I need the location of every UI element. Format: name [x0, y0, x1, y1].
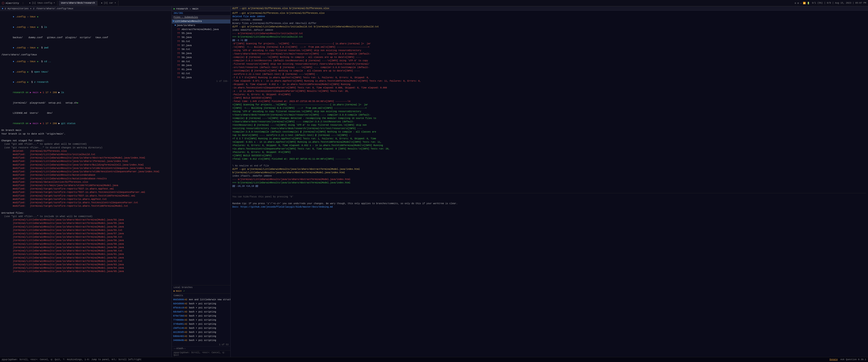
commit-item[interactable]: 876e738d A3 bash + ps1 scripting	[172, 314, 230, 318]
commit-item[interactable]: 6fdc6cc8 A3 bash + ps1 scripting	[172, 306, 230, 310]
terminal-pane: ♦ z myrepositories ✦ z /Users/aharo/.con…	[0, 6, 172, 357]
commit-message: bash + ps1 scripting	[189, 306, 216, 310]
commit-hash: 876e738d	[173, 314, 184, 318]
diff-line: \ No newline at end of file	[232, 164, 866, 168]
commit-item[interactable]: 6dc6a07c A3 bash + ps1 scripting	[172, 310, 230, 314]
diff-line: b/jterminal/LittleDarwinResults/java/io/…	[232, 171, 866, 174]
random-tip: Random tip: If you press 'z'/'<c-z>' you…	[232, 202, 866, 205]
terminal-line: ♦ .config ✚ § open tmux/	[1, 67, 170, 77]
tree-file-56[interactable]: ?? 56.java	[172, 35, 230, 39]
tab-2[interactable]: Users/aharo/desk/research	[59, 1, 97, 6]
diff-line: +++ b/jterminal/LittleDarwinResults/java…	[232, 181, 866, 184]
files-submodules-text: Files - Submodules	[174, 16, 198, 19]
terminal-output[interactable]: ♦ .config → tmux ✚ ♦ .config → tmux ✚ § …	[0, 11, 172, 357]
tree-file-5stxt[interactable]: ?? 5S.txt	[172, 39, 230, 43]
terminal-line: modified: jterminal/target/surefire-repo…	[1, 187, 170, 191]
terminal-line: modified: jterminal/LittleDarwinResults/…	[1, 167, 170, 170]
commit-branch: A3	[184, 343, 189, 343]
terminal-line: ♦ .config → tmux ✚	[1, 12, 170, 22]
commit-item[interactable]: ee1393d5 A3 bash + ps1 scripting	[172, 330, 230, 334]
tree-file-59[interactable]: ?? 59.java	[172, 56, 230, 60]
diff-content[interactable]: diff --git a/jterminal/Differences.xlsx …	[230, 11, 868, 357]
keybindings-text: pgup/pgdown: Scroll, <esc>: Cancel, q: Q…	[2, 358, 142, 361]
tree-folder-java[interactable]: ▼ java/io/aharo	[172, 24, 230, 28]
diff-line: -src/test/resources (default-test) @ jte…	[232, 66, 866, 69]
commit-item[interactable]: b9b6e403 A3 bash + ps1 scripting	[172, 334, 230, 338]
ask-question-link[interactable]: Ask Question 0.39.1	[840, 358, 866, 361]
terminal-line: jterminal/LittleDarwinResults/java/io/ah…	[1, 235, 170, 239]
terminal-line: modified: jterminal/src/main/java/io/aha…	[1, 184, 170, 187]
branch-main[interactable]: ▶ main ✓	[174, 289, 228, 293]
commit-hash: f3964f7b	[173, 343, 184, 343]
tree-file-60[interactable]: ?? 60.java	[172, 64, 230, 68]
file-status: ??	[177, 52, 180, 55]
commit-message: bash + ps1 scripting	[189, 319, 216, 322]
terminal-line: jterminal/ playground/ setup.ps1 setup.s…	[1, 98, 170, 108]
tree-file-60txt[interactable]: ?? 60.txt	[172, 60, 230, 64]
commit-item[interactable]: 7749688e A3 bash + ps1 scripting	[172, 318, 230, 322]
file-status: ??	[177, 60, 180, 64]
terminal-line: modified: jterminal/target/surefire-repo…	[1, 204, 170, 208]
commit-branch: A3	[184, 339, 189, 342]
tree-file-58[interactable]: ?? 58.java	[172, 52, 230, 56]
donate-button[interactable]: Donate	[830, 358, 838, 361]
commit-item[interactable]: cb0fe146 A3 bash + ps1 scripting	[172, 326, 230, 330]
commit-message: bash + ps1 scripting	[189, 339, 216, 342]
terminal-line: modified: jterminal/LittleDarwinResults/…	[1, 160, 170, 163]
terminal-line: (use "git restore <file>..." to discard …	[1, 146, 170, 149]
commit-item[interactable]: 34660e0b A3 bash + ps1 scripting	[172, 338, 230, 342]
terminal-line: ♦ .config → tmux ✚ § cd ..	[1, 57, 170, 67]
titlebar-left: ⬡ Alacritty | ● [1] tmux-config × Users/…	[2, 1, 795, 6]
commit-branch: A3	[184, 335, 189, 338]
file-status: ??	[177, 48, 180, 51]
terminal-line: modified: jterminal/target/surefire-repo…	[1, 191, 170, 194]
diff-line: +/Users/aharo/desk/research/jterminal/sr…	[232, 113, 866, 117]
tab-3[interactable]: ● [3] car ×	[99, 1, 119, 6]
diff-line: -compiler:3.0.2:testResources (default-t…	[232, 59, 866, 62]
file-name: 56.java	[182, 36, 192, 39]
commit-item[interactable]: 374ba081 A3 bash + ps1 scripting	[172, 322, 230, 326]
diff-line: -/Users/aharo/desk/research/jterminal/sr…	[232, 52, 866, 56]
docs-link[interactable]: Docs: https://github.com/jesseduffield/l…	[232, 205, 866, 209]
terminal-line: modified: jterminal/target/surefire-repo…	[1, 201, 170, 204]
file-name: 61.java	[182, 68, 192, 71]
commits-list[interactable]: 06d3d699 A3 mvn and littledarwin new str…	[172, 298, 230, 343]
tree-file-abstractmodel[interactable]: ?? AbstractTerminalModel.java	[172, 28, 230, 32]
scroll-indicator: 1 of 330-	[172, 80, 230, 83]
tree-file-57[interactable]: ?? 57.java	[172, 43, 230, 48]
diff-line: @@ -16,19 +14,19 @@	[232, 184, 866, 188]
diff-title: diff --git a/jterminal/Differences.xlsx …	[232, 7, 329, 10]
sys-icons: ⚙ ⊞ ♪ 📶 🔋	[795, 2, 810, 4]
file-tree[interactable]: ▼ LittleDarwinResults ▼ java/io/aharo ??…	[172, 20, 230, 285]
app-icon: ⬡	[2, 1, 4, 5]
tab-1[interactable]: ● [1] tmux-config ×	[27, 1, 57, 6]
commit-item[interactable]: 06d3d699 A3 mvn and littledarwin new str…	[172, 298, 230, 302]
terminal-line: modified: jterminal/LittleDarwinResults/…	[1, 177, 170, 180]
commit-message: mvn and littledarwin new struct	[189, 298, 230, 302]
main-content: ♦ z myrepositories ✦ z /Users/aharo/.con…	[0, 6, 868, 357]
terminal-line: Untracked files:	[1, 211, 170, 215]
tree-file-55[interactable]: ?? 55.java	[172, 31, 230, 35]
commit-branch: A3	[184, 314, 189, 318]
tree-file-62txt[interactable]: ?? 62.txt	[172, 72, 230, 76]
files-submodules-label: Files - Submodules	[172, 16, 230, 20]
file-name: 58.txt	[182, 48, 190, 51]
commit-branch: A3	[184, 319, 189, 322]
tree-file-58txt[interactable]: ?? 58.txt	[172, 48, 230, 52]
folder-expand-icon: ▼	[175, 24, 176, 27]
terminal-line: jterminal/LittleDarwinResults/java/io/ah…	[1, 242, 170, 246]
terminal-line: jterminal/LittleDarwinResults/java/io/ah…	[1, 266, 170, 270]
diff-line: --- a/jterminal/LittleDarwinResults/java…	[232, 178, 866, 181]
diff-line: +Failures: 0, Errors: 0, Skipped: 0\n[IN…	[232, 151, 866, 154]
file-name: 62.java	[182, 76, 192, 80]
diff-line: --- a/jterminal/LittleDarwinResults/init…	[232, 32, 866, 35]
terminal-line: jterminal/LittleDarwinResults/java/io/ah…	[1, 221, 170, 225]
terminal-line: (use "git add <file>..." to update what …	[1, 143, 170, 146]
commit-item[interactable]: 6d43d699 A3 bash + ps1 scripting	[172, 302, 230, 306]
commit-hash: 6d43d699	[173, 302, 184, 306]
tree-file-62[interactable]: ?? 62.java	[172, 76, 230, 80]
commits-header: Commits	[172, 294, 230, 298]
tree-file-61[interactable]: ?? 61.java	[172, 68, 230, 72]
tree-folder-littledarwin[interactable]: ▼ LittleDarwinResults	[172, 20, 230, 24]
diff-line: +T E S T S\n[INFO] Running io.aharo.AppT…	[232, 137, 866, 141]
